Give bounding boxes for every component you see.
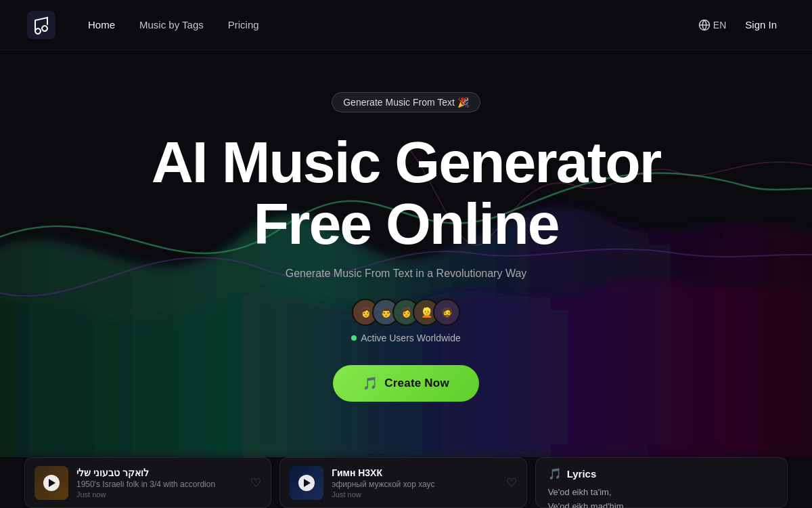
avatars-row: 👩 👨 👩 👱 🧔 [352, 299, 460, 326]
navbar: Home Music by Tags Pricing EN Sign In [0, 0, 812, 50]
svg-rect-0 [27, 11, 55, 39]
create-btn-label: Create Now [384, 377, 449, 390]
card-info-2: Гимн Н3ХК эфирный мужской хор хаус Just … [332, 467, 497, 499]
play-button-1[interactable] [43, 475, 60, 491]
card-subtitle-1: 1950's Israeli folk in 3/4 with accordio… [76, 480, 242, 489]
avatar: 🧔 [433, 299, 460, 326]
favorite-button-1[interactable]: ♡ [250, 475, 261, 490]
music-note-icon: 🎵 [363, 376, 378, 391]
sign-in-button[interactable]: Sign In [737, 15, 785, 35]
hero-section: Generate Music From Text 🎉 AI Music Gene… [0, 50, 812, 457]
play-button-2[interactable] [298, 475, 315, 491]
card-thumbnail-1 [35, 466, 68, 500]
music-card-1: לואקר טבעוני שלי 1950's Israeli folk in … [24, 457, 271, 508]
cards-row: לואקר טבעוני שלי 1950's Israeli folk in … [0, 457, 812, 508]
hero-title: AI Music Generator Free Online [152, 131, 661, 254]
play-icon-2 [304, 479, 311, 487]
card-info-1: לואקר טבעוני שלי 1950's Israeli folk in … [76, 467, 242, 499]
lyrics-title: Lyrics [567, 468, 597, 480]
lyrics-line-1: Ve'od eikh ta'im, [548, 486, 775, 500]
active-users-indicator: Active Users Worldwide [351, 333, 461, 343]
lyrics-text: Ve'od eikh ta'im, Ve'od eikh mad'him, Lo… [548, 486, 775, 508]
hero-title-line1: AI Music Generator [152, 129, 661, 194]
card-title-1: לואקר טבעוני שלי [76, 467, 242, 478]
lyrics-card: 🎵 Lyrics Ve'od eikh ta'im, Ve'od eikh ma… [535, 457, 788, 508]
nav-right: EN Sign In [698, 15, 785, 35]
music-card-2: Гимн Н3ХК эфирный мужской хор хаус Just … [279, 457, 526, 508]
card-time-2: Just now [332, 490, 497, 499]
lyrics-icon: 🎵 [548, 467, 562, 480]
create-now-button[interactable]: 🎵 Create Now [333, 365, 479, 402]
card-time-1: Just now [76, 490, 242, 499]
logo[interactable] [27, 11, 55, 39]
lyrics-line-2: Ve'od eikh mad'him, [548, 500, 775, 508]
nav-music-by-tags[interactable]: Music by Tags [139, 19, 204, 30]
nav-links: Home Music by Tags Pricing [88, 19, 698, 30]
nav-home[interactable]: Home [88, 19, 115, 30]
nav-pricing[interactable]: Pricing [228, 19, 259, 30]
favorite-button-2[interactable]: ♡ [506, 475, 517, 490]
lyrics-header: 🎵 Lyrics [548, 467, 775, 480]
online-dot [351, 335, 357, 341]
hero-title-line2: Free Online [253, 191, 558, 256]
active-users-label: Active Users Worldwide [361, 333, 461, 343]
hero-subtitle: Generate Music From Text in a Revolution… [286, 268, 527, 280]
card-title-2: Гимн Н3ХК [332, 467, 497, 478]
badge-text: Generate Music From Text 🎉 [343, 97, 469, 108]
language-selector[interactable]: EN [698, 19, 726, 31]
card-thumbnail-2 [290, 466, 323, 500]
card-subtitle-2: эфирный мужской хор хаус [332, 480, 497, 489]
generate-badge: Generate Music From Text 🎉 [332, 92, 480, 112]
play-icon-1 [49, 479, 55, 487]
lang-label: EN [713, 20, 726, 30]
